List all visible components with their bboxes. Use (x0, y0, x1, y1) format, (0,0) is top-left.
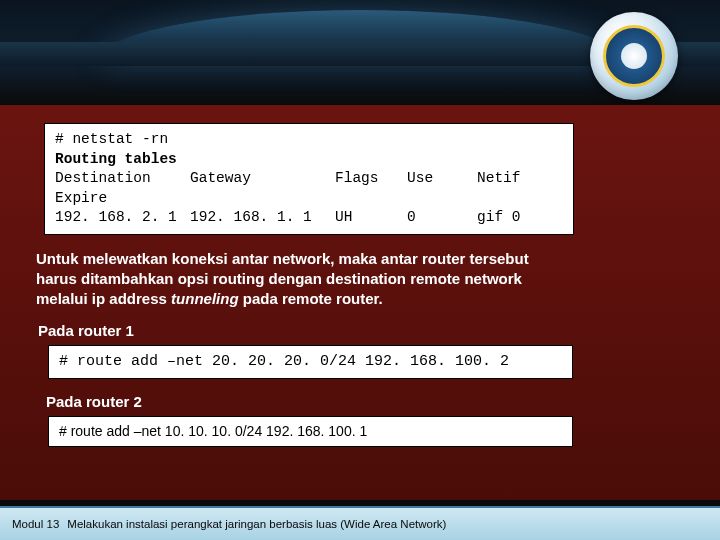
para-emph: tunneling (171, 290, 239, 307)
col-use: Use (407, 169, 477, 189)
explanation-paragraph: Untuk melewatkan koneksi antar network, … (36, 249, 684, 310)
label-router-1: Pada router 1 (38, 322, 694, 339)
terminal-output-netstat: # netstat -rn Routing tables Destination… (44, 123, 574, 235)
footer-title: Melakukan instalasi perangkat jaringan b… (67, 518, 446, 530)
terminal-line: Expire (55, 189, 563, 209)
col-gateway: Gateway (190, 169, 335, 189)
para-line: melalui ip address (36, 290, 171, 307)
terminal-line: # netstat -rn (55, 130, 563, 150)
col-flags: Flags (335, 169, 407, 189)
cell-destination: 192. 168. 2. 1 (55, 208, 190, 228)
terminal-data-row: 192. 168. 2. 1 192. 168. 1. 1 UH 0 gif 0 (55, 208, 563, 228)
terminal-header-row: Destination Gateway Flags Use Netif (55, 169, 563, 189)
col-destination: Destination (55, 169, 190, 189)
footer-module: Modul 13 (12, 518, 59, 530)
terminal-line: # route add –net 20. 20. 20. 0/24 192. 1… (59, 353, 509, 370)
slide-footer: Modul 13 Melakukan instalasi perangkat j… (0, 506, 720, 540)
terminal-line: # route add –net 10. 10. 10. 0/24 192. 1… (59, 423, 367, 439)
cell-use: 0 (407, 208, 477, 228)
label-router-2: Pada router 2 (46, 393, 694, 410)
logo-badge (590, 12, 678, 100)
cell-flags: UH (335, 208, 407, 228)
para-line: harus ditambahkan opsi routing dengan de… (36, 270, 522, 287)
terminal-route-add-2: # route add –net 10. 10. 10. 0/24 192. 1… (48, 416, 573, 447)
logo-center (621, 43, 647, 69)
slide-header (0, 0, 720, 105)
para-line: pada remote router. (239, 290, 383, 307)
terminal-line: Routing tables (55, 150, 563, 170)
cell-gateway: 192. 168. 1. 1 (190, 208, 335, 228)
terminal-route-add-1: # route add –net 20. 20. 20. 0/24 192. 1… (48, 345, 573, 379)
col-netif: Netif (477, 169, 563, 189)
para-line: Untuk melewatkan koneksi antar network, … (36, 250, 529, 267)
logo-inner (603, 25, 665, 87)
slide-content: # netstat -rn Routing tables Destination… (0, 105, 720, 500)
cell-netif: gif 0 (477, 208, 563, 228)
